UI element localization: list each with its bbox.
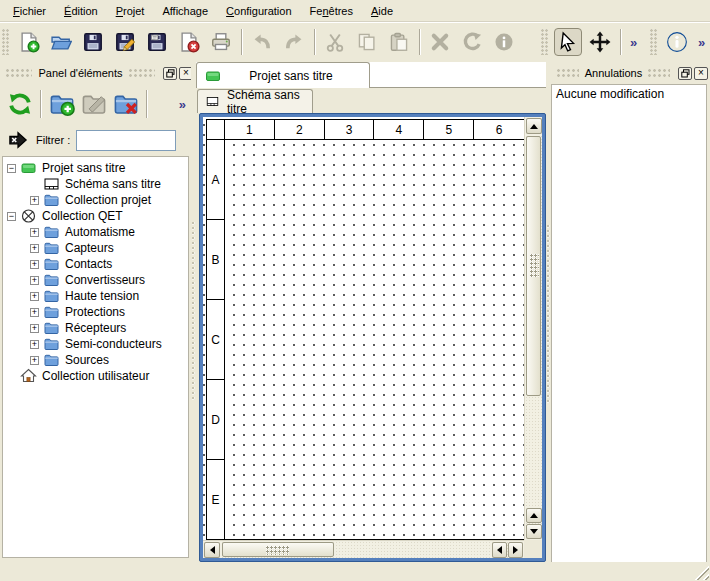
- expand-icon[interactable]: +: [30, 260, 39, 269]
- vertical-scroll-thumb[interactable]: [526, 136, 541, 396]
- element-info-button[interactable]: [490, 28, 518, 56]
- horizontal-scroll-thumb[interactable]: [222, 542, 334, 557]
- tree-item-contacts[interactable]: +Contacts: [3, 256, 188, 272]
- expand-icon[interactable]: +: [30, 196, 39, 205]
- tree-item-capteurs[interactable]: +Capteurs: [3, 240, 188, 256]
- tree-item-collection-utilisateur[interactable]: Collection utilisateur: [3, 368, 188, 384]
- tree-item-protections[interactable]: +Protections: [3, 304, 188, 320]
- horizontal-scrollbar[interactable]: [203, 540, 524, 558]
- tree-item-recepteurs[interactable]: +Récepteurs: [3, 320, 188, 336]
- column-header-row: 1 2 3 4 5 6: [207, 120, 524, 140]
- scroll-down-button[interactable]: [526, 524, 542, 539]
- toolbar-handle[interactable]: [650, 29, 658, 55]
- new-document-button[interactable]: [15, 28, 43, 56]
- close-document-icon: [178, 31, 200, 53]
- copy-button[interactable]: [353, 28, 381, 56]
- expand-icon[interactable]: +: [30, 356, 39, 365]
- thumb-grip: [266, 546, 290, 555]
- expand-icon[interactable]: +: [30, 292, 39, 301]
- undo-button[interactable]: [248, 28, 276, 56]
- toolbar-overflow-button[interactable]: »: [176, 97, 188, 112]
- collapse-icon[interactable]: −: [7, 212, 16, 221]
- diagram-canvas[interactable]: 1 2 3 4 5 6 A B C D E: [203, 117, 524, 540]
- menu-fichier[interactable]: Fichier: [4, 2, 55, 20]
- select-mode-button[interactable]: [554, 28, 582, 56]
- menu-configuration[interactable]: Configuration: [217, 2, 300, 20]
- expand-icon[interactable]: +: [30, 308, 39, 317]
- undo-list-item[interactable]: Aucune modification: [552, 85, 706, 102]
- tab-schema-sans-titre[interactable]: Schéma sans titre: [197, 89, 313, 113]
- tree-item-sources[interactable]: +Sources: [3, 352, 188, 368]
- elements-panel-titlebar[interactable]: Panel d'éléments ×: [0, 64, 196, 82]
- toolbar-overflow-button[interactable]: »: [695, 35, 707, 50]
- tree-item-haute-tension[interactable]: +Haute tension: [3, 288, 188, 304]
- undo-panel-titlebar[interactable]: Annulations ×: [551, 64, 710, 82]
- float-dock-button[interactable]: [163, 67, 177, 80]
- float-dock-button[interactable]: [678, 67, 692, 80]
- arrow-up-icon: [530, 124, 538, 129]
- menu-fenetres[interactable]: Fenêtres: [301, 2, 362, 20]
- paste-button[interactable]: [385, 28, 413, 56]
- row-header: B: [207, 220, 225, 300]
- delete-button[interactable]: [426, 28, 454, 56]
- arrow-up-icon: [530, 513, 538, 518]
- scroll-left-button[interactable]: [204, 542, 220, 558]
- menu-projet[interactable]: Projet: [107, 2, 154, 20]
- toolbar-handle[interactable]: [2, 29, 10, 55]
- left-splitter[interactable]: [191, 62, 196, 562]
- undo-history-list[interactable]: Aucune modification: [551, 84, 707, 567]
- row-header: C: [207, 300, 225, 380]
- expand-icon[interactable]: +: [30, 228, 39, 237]
- close-dock-button[interactable]: ×: [694, 67, 708, 80]
- save-button[interactable]: [79, 28, 107, 56]
- tree-item-automatisme[interactable]: +Automatisme: [3, 224, 188, 240]
- expand-icon[interactable]: +: [30, 324, 39, 333]
- tree-item-schema-sans-titre[interactable]: Schéma sans titre: [3, 176, 188, 192]
- pan-mode-button[interactable]: [586, 28, 614, 56]
- tree-item-projet-sans-titre[interactable]: −Projet sans titre: [3, 160, 188, 176]
- close-file-button[interactable]: [175, 28, 203, 56]
- expand-icon[interactable]: +: [30, 244, 39, 253]
- open-button[interactable]: [47, 28, 75, 56]
- tree-item-semi-conducteurs[interactable]: +Semi-conducteurs: [3, 336, 188, 352]
- tree-item-collection-qet[interactable]: −Collection QET: [3, 208, 188, 224]
- print-button[interactable]: [207, 28, 235, 56]
- expand-icon[interactable]: +: [30, 340, 39, 349]
- scrollbar-corner: [524, 540, 542, 558]
- toolbar-separator: [241, 29, 243, 55]
- filter-input[interactable]: [76, 130, 176, 151]
- arrow-right-icon: [513, 546, 518, 554]
- scroll-right-button[interactable]: [508, 542, 523, 558]
- tree-item-collection-projet[interactable]: +Collection projet: [3, 192, 188, 208]
- menu-affichage[interactable]: Affichage: [153, 2, 217, 20]
- collapse-icon[interactable]: −: [7, 164, 16, 173]
- save-all-button[interactable]: [143, 28, 171, 56]
- redo-button[interactable]: [280, 28, 308, 56]
- scroll-up-button[interactable]: [526, 118, 542, 134]
- qelectrotech-window: Fichier Édition Projet Affichage Configu…: [0, 0, 710, 581]
- arrow-left-icon: [210, 546, 215, 554]
- menu-aide[interactable]: Aide: [362, 2, 402, 20]
- reload-collections-button[interactable]: [4, 88, 36, 120]
- new-category-button[interactable]: [46, 88, 78, 120]
- cut-button[interactable]: [321, 28, 349, 56]
- resize-grip[interactable]: [694, 565, 709, 580]
- clear-filter-icon[interactable]: [8, 130, 28, 150]
- filter-label: Filtrer :: [36, 134, 70, 146]
- menu-edition[interactable]: Édition: [55, 2, 107, 20]
- expand-icon[interactable]: +: [30, 276, 39, 285]
- rotate-button[interactable]: [458, 28, 486, 56]
- edit-category-button[interactable]: [78, 88, 110, 120]
- scroll-left-button-2[interactable]: [492, 542, 507, 558]
- toolbar-handle[interactable]: [541, 29, 549, 55]
- diagram-info-button[interactable]: [663, 28, 691, 56]
- elements-tree[interactable]: −Projet sans titre Schéma sans titre +Co…: [2, 156, 189, 558]
- tab-projet-sans-titre[interactable]: Projet sans titre: [196, 62, 370, 88]
- delete-category-button[interactable]: [110, 88, 142, 120]
- vertical-scrollbar[interactable]: [524, 117, 542, 540]
- save-as-button[interactable]: [111, 28, 139, 56]
- folder-x-icon: [113, 91, 139, 117]
- tree-item-convertisseurs[interactable]: +Convertisseurs: [3, 272, 188, 288]
- toolbar-overflow-button[interactable]: »: [627, 35, 639, 50]
- scroll-up-button-2[interactable]: [526, 508, 542, 523]
